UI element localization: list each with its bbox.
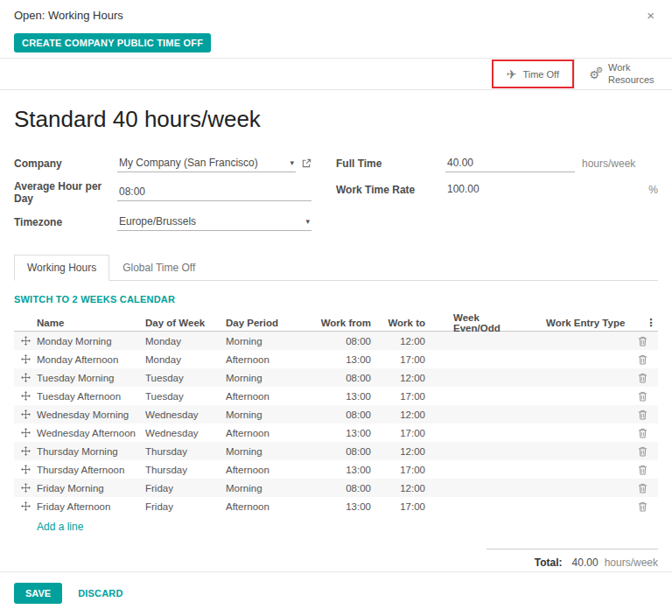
drag-handle-icon[interactable] [14,428,37,438]
cell-day-period[interactable]: Afternoon [226,465,306,475]
delete-row-icon[interactable] [626,446,658,457]
work-resources-stat-button[interactable]: ⚙⚙ Work Resources [574,59,665,89]
cell-day-period[interactable]: Morning [226,483,306,494]
table-row[interactable]: Tuesday Morning Tuesday Morning 08:00 12… [14,368,658,387]
cell-work-to[interactable]: 12:00 [376,483,430,494]
cell-day-of-week[interactable]: Monday [145,354,226,365]
table-row[interactable]: Friday Afternoon Friday Afternoon 13:00 … [14,497,658,515]
cell-name[interactable]: Wednesday Morning [37,410,145,420]
cell-work-from[interactable]: 08:00 [306,336,376,346]
work-time-rate-field[interactable]: 100.00 [445,181,575,198]
cell-work-from[interactable]: 08:00 [306,410,376,420]
cell-day-period[interactable]: Afternoon [226,354,306,365]
table-row[interactable]: Thursday Morning Thursday Morning 08:00 … [14,442,658,460]
cell-work-to[interactable]: 17:00 [376,391,430,402]
cell-day-period[interactable]: Afternoon [226,501,306,512]
drag-handle-icon[interactable] [14,465,37,474]
cell-work-from[interactable]: 08:00 [306,373,376,383]
tab-global-time-off[interactable]: Global Time Off [109,255,208,281]
delete-row-icon[interactable] [626,410,658,420]
average-hour-field[interactable]: 08:00 [117,184,312,201]
table-row[interactable]: Monday Afternoon Monday Afternoon 13:00 … [14,350,658,368]
cell-day-of-week[interactable]: Tuesday [145,373,226,383]
cell-work-from[interactable]: 08:00 [306,483,376,494]
cell-work-to[interactable]: 17:00 [376,354,430,365]
close-icon[interactable]: × [643,7,658,24]
dropdown-caret-icon[interactable]: ▾ [305,217,310,226]
table-row[interactable]: Thursday Afternoon Thursday Afternoon 13… [14,460,658,479]
add-a-line-link[interactable]: Add a line [14,515,83,538]
discard-button[interactable]: DISCARD [78,588,123,598]
cell-name[interactable]: Friday Afternoon [37,501,145,512]
cell-work-to[interactable]: 17:00 [376,428,430,438]
table-row[interactable]: Monday Morning Monday Morning 08:00 12:0… [14,332,658,350]
drag-handle-icon[interactable] [14,446,37,456]
cell-day-of-week[interactable]: Thursday [145,446,226,457]
cell-work-from[interactable]: 08:00 [306,446,376,457]
cell-day-period[interactable]: Afternoon [226,391,306,402]
cell-day-of-week[interactable]: Friday [145,483,226,494]
delete-row-icon[interactable] [626,336,658,346]
cell-work-to[interactable]: 12:00 [376,336,430,346]
tab-working-hours[interactable]: Working Hours [14,255,109,281]
table-row[interactable]: Wednesday Morning Wednesday Morning 08:0… [14,405,658,424]
delete-row-icon[interactable] [626,373,658,383]
drag-handle-icon[interactable] [14,373,37,382]
cell-name[interactable]: Thursday Morning [37,446,145,457]
cell-name[interactable]: Thursday Afternoon [37,465,145,475]
cell-day-of-week[interactable]: Tuesday [145,391,226,402]
cell-name[interactable]: Tuesday Afternoon [37,391,145,402]
cell-day-of-week[interactable]: Thursday [145,465,226,475]
save-button[interactable]: SAVE [14,583,62,604]
cell-name[interactable]: Wednesday Afternoon [37,428,145,438]
full-time-field[interactable]: 40.00 [445,155,575,172]
time-off-stat-button[interactable]: ✈ Time Off [495,61,570,87]
cell-day-of-week[interactable]: Wednesday [145,410,226,420]
delete-row-icon[interactable] [626,428,658,438]
drag-handle-icon[interactable] [14,354,37,364]
cell-day-period[interactable]: Morning [226,410,306,420]
cell-day-of-week[interactable]: Monday [145,336,226,346]
table-row[interactable]: Wednesday Afternoon Wednesday Afternoon … [14,424,658,442]
cell-day-period[interactable]: Morning [226,446,306,457]
timezone-field[interactable]: Europe/Brussels ▾ [117,214,312,231]
cell-work-from[interactable]: 13:00 [306,501,376,512]
delete-row-icon[interactable] [626,483,658,494]
cell-work-to[interactable]: 17:00 [376,465,430,475]
cell-day-period[interactable]: Afternoon [226,428,306,438]
drag-handle-icon[interactable] [14,410,37,419]
cell-name[interactable]: Tuesday Morning [37,373,145,383]
cell-work-from[interactable]: 13:00 [306,428,376,438]
cell-work-from[interactable]: 13:00 [306,465,376,475]
cell-day-period[interactable]: Morning [226,336,306,346]
dropdown-caret-icon[interactable]: ▾ [290,158,294,167]
cell-work-to[interactable]: 12:00 [376,446,430,457]
table-row[interactable]: Friday Morning Friday Morning 08:00 12:0… [14,479,658,497]
delete-row-icon[interactable] [626,354,658,365]
cell-name[interactable]: Monday Afternoon [37,354,145,365]
cell-name[interactable]: Monday Morning [37,336,145,346]
external-link-icon[interactable] [302,158,312,168]
drag-handle-icon[interactable] [14,483,37,493]
drag-handle-icon[interactable] [14,391,37,401]
delete-row-icon[interactable] [626,391,658,402]
record-title[interactable]: Standard 40 hours/week [14,106,658,133]
cell-work-from[interactable]: 13:00 [306,391,376,402]
cell-day-period[interactable]: Morning [226,373,306,383]
company-field[interactable]: My Company (San Francisco) ▾ [117,155,296,172]
cell-day-of-week[interactable]: Wednesday [145,428,226,438]
cell-name[interactable]: Friday Morning [37,483,145,494]
delete-row-icon[interactable] [626,501,658,512]
column-options-icon[interactable]: ⋮ [626,317,658,329]
cell-work-to[interactable]: 12:00 [376,373,430,383]
cell-day-of-week[interactable]: Friday [145,501,226,512]
drag-handle-icon[interactable] [14,336,37,346]
cell-work-to[interactable]: 17:00 [376,501,430,512]
cell-work-to[interactable]: 12:00 [376,410,430,420]
cell-work-from[interactable]: 13:00 [306,354,376,365]
drag-handle-icon[interactable] [14,501,37,511]
create-company-public-time-off-button[interactable]: CREATE COMPANY PUBLIC TIME OFF [14,33,211,52]
delete-row-icon[interactable] [626,465,658,475]
table-row[interactable]: Tuesday Afternoon Tuesday Afternoon 13:0… [14,387,658,405]
switch-two-weeks-link[interactable]: SWITCH TO 2 WEEKS CALENDAR [14,294,175,304]
